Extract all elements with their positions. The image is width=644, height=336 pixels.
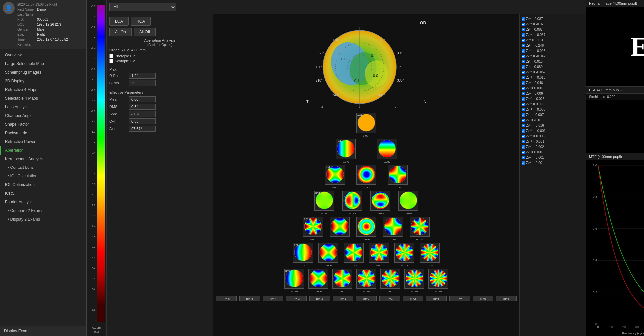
- z-check-26[interactable]: [522, 156, 525, 159]
- zernike-6-n6[interactable]: n=6 -0.001: [284, 269, 304, 289]
- zernike-5-n5[interactable]: n=5 0.026: [293, 243, 313, 263]
- zernike-1-n1[interactable]: n=1 -0.078: [336, 139, 356, 159]
- z-check-22[interactable]: [522, 135, 525, 138]
- m-label-p1: m=1: [379, 296, 400, 301]
- zernike-0-0[interactable]: n=0 0.087: [356, 113, 376, 133]
- zernike-3-n3[interactable]: n=3 -0.006: [314, 191, 334, 211]
- z-check-13[interactable]: [522, 87, 525, 90]
- zernike-6-n2[interactable]: 0.001: [332, 269, 352, 289]
- z-check-21[interactable]: [522, 129, 525, 133]
- nav-3d[interactable]: 3D Display: [0, 77, 86, 85]
- zernike-4-p4[interactable]: 0.006: [410, 217, 430, 237]
- zernike-3-p3[interactable]: 0.080: [398, 191, 418, 211]
- nav-refractive-power[interactable]: Refractive Power: [0, 137, 86, 146]
- z-check-14[interactable]: [522, 92, 525, 95]
- all-dropdown[interactable]: All: [109, 3, 176, 11]
- nav-aberration[interactable]: Aberration: [0, 146, 86, 155]
- zernike-6-0[interactable]: -0.002: [356, 269, 376, 289]
- nav-overview[interactable]: Overview: [0, 51, 86, 59]
- nav-scheimpflug[interactable]: Scheimpflug Images: [0, 68, 86, 77]
- zernike-6-p6[interactable]: -0.001: [428, 269, 448, 289]
- nav-contact-lens[interactable]: • Contact Lens: [0, 163, 86, 172]
- lastname-label: Last Name:: [17, 12, 36, 17]
- zernike-4-n4[interactable]: n=4 -0.057: [303, 217, 323, 237]
- z-check-6[interactable]: [522, 49, 525, 53]
- cyl-input[interactable]: [129, 118, 156, 124]
- z-check-23[interactable]: [522, 140, 525, 143]
- nav-selectable4[interactable]: Selectable 4 Maps: [0, 94, 86, 103]
- mean-input[interactable]: [129, 96, 156, 102]
- z-check-2[interactable]: [522, 28, 525, 31]
- zernike-5-n3[interactable]: 0.006: [318, 243, 338, 263]
- zernike-6-p2[interactable]: 0.001: [380, 269, 400, 289]
- z-check-5[interactable]: [522, 44, 525, 47]
- scotopic-checkbox[interactable]: [109, 59, 113, 63]
- zernike-4-0[interactable]: 0.046: [356, 217, 376, 237]
- loa-button[interactable]: LOA: [109, 17, 129, 26]
- z-check-11[interactable]: [522, 76, 525, 79]
- axis-row: Axis:: [109, 126, 210, 132]
- nav-compare2[interactable]: • Compare 2 Exams: [0, 206, 86, 215]
- nav-lens[interactable]: Lens Analysis: [0, 103, 86, 111]
- all-on-button[interactable]: All On: [109, 28, 132, 36]
- z-check-15[interactable]: [522, 97, 525, 101]
- zernike-4-p2[interactable]: 0.001: [383, 217, 403, 237]
- z-check-24[interactable]: [522, 145, 525, 149]
- nav-fourier[interactable]: Fourier Analysis: [0, 198, 86, 206]
- zernike-5-p3[interactable]: -0.011: [394, 243, 414, 263]
- z-check-20[interactable]: [522, 124, 525, 127]
- zernike-2-p2[interactable]: -0.246: [388, 165, 408, 185]
- zernike-row-3: n=3 -0.006 -0.047 0.015: [216, 191, 517, 211]
- thetapos-row: θ-Pos: [109, 80, 210, 86]
- zernike-2-0[interactable]: 0.113: [356, 165, 376, 185]
- nav-chamber[interactable]: Chamber Angle: [0, 111, 86, 120]
- zernike-5-p5[interactable]: -0.016: [420, 243, 440, 263]
- photopic-checkbox[interactable]: [109, 54, 113, 58]
- z-check-9[interactable]: [522, 65, 525, 69]
- nav-display2[interactable]: • Display 2 Exams: [0, 215, 86, 224]
- rpos-input[interactable]: [129, 73, 156, 79]
- z-check-12[interactable]: [522, 81, 525, 85]
- z-check-7[interactable]: [522, 55, 525, 58]
- nav-large-selectable[interactable]: Large Selectable Map: [0, 59, 86, 68]
- nav-refractive4[interactable]: Refractive 4 Maps: [0, 85, 86, 94]
- n-label: N: [424, 100, 426, 104]
- z-check-27[interactable]: [522, 161, 525, 165]
- axis-input[interactable]: [129, 126, 156, 132]
- thetapos-input[interactable]: [129, 80, 156, 86]
- z-check-4[interactable]: [522, 39, 525, 42]
- zernike-3-n1[interactable]: -0.047: [342, 191, 362, 211]
- z-check-3[interactable]: [522, 33, 525, 37]
- z-check-10[interactable]: [522, 71, 525, 74]
- nav-icrs[interactable]: ICRS: [0, 189, 86, 198]
- m-label-n5: m=-5: [239, 296, 260, 301]
- nav-iol-opt[interactable]: IOL Optimization: [0, 180, 86, 189]
- zernike-5-p1[interactable]: -0.007: [369, 243, 389, 263]
- z-check-0[interactable]: [522, 17, 525, 21]
- zernike-5-n1[interactable]: -0.006: [344, 243, 364, 263]
- z-check-18[interactable]: [522, 113, 525, 117]
- zernike-6-n4[interactable]: 0.006: [308, 269, 328, 289]
- zernike-3-p1[interactable]: 0.015: [370, 191, 390, 211]
- nav-keratoconus[interactable]: Keratoconus Analysis: [0, 155, 86, 163]
- z-check-25[interactable]: [522, 151, 525, 154]
- z-check-8[interactable]: [522, 60, 525, 63]
- zernike-4-n2[interactable]: -0.010: [330, 217, 350, 237]
- nav-iol-calc[interactable]: • IOL Calculation: [0, 172, 86, 180]
- zernike-1-p1[interactable]: 0.087: [377, 139, 397, 159]
- nav-pachy[interactable]: Pachymetric: [0, 129, 86, 137]
- z-check-16[interactable]: [522, 103, 525, 106]
- nav-shape[interactable]: Shape Factor: [0, 120, 86, 129]
- display-exams-button[interactable]: Display Exams: [0, 326, 86, 336]
- zernike-2-n2[interactable]: n=2 -0.067: [325, 165, 345, 185]
- z-check-1[interactable]: [522, 23, 525, 26]
- rms-input[interactable]: [129, 104, 156, 110]
- zernike-6-p4[interactable]: -0.001: [404, 269, 424, 289]
- z-check-19[interactable]: [522, 119, 525, 122]
- z-item-8: Z₃¹ = 0.015: [522, 59, 584, 64]
- z-check-17[interactable]: [522, 108, 525, 111]
- wavefront-canvas[interactable]: [303, 17, 430, 110]
- hoa-button[interactable]: HOA: [131, 17, 151, 26]
- sph-input[interactable]: [129, 111, 156, 117]
- all-off-button[interactable]: All Off: [134, 28, 156, 36]
